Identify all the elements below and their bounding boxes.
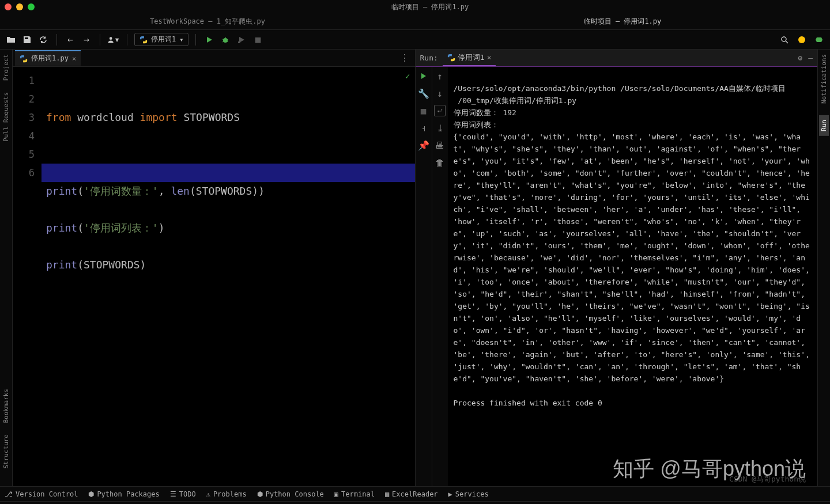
pin-icon[interactable]: 📌 [418,139,429,151]
project-tab-left[interactable]: TestWorkSpace – 1_知乎爬虫.py [0,14,415,29]
project-tab-right[interactable]: 临时项目 – 停用词1.py [415,14,830,29]
trash-icon[interactable]: 🗑 [434,157,446,168]
tab-more-icon[interactable]: ⋮ [397,52,413,63]
bottom-problems[interactable]: ⚠Problems [206,490,247,498]
bottom-python-packages[interactable]: ⬢Python Packages [88,490,159,498]
ide-updates-icon[interactable] [813,33,825,46]
bottom-todo[interactable]: ☰TODO [170,490,196,498]
chevron-down-icon: ▾ [179,36,183,44]
svg-marker-5 [816,37,823,42]
open-icon[interactable] [5,33,17,46]
bottom-terminal[interactable]: ▣Terminal [334,490,375,498]
svg-point-3 [782,37,786,41]
file-tab[interactable]: 停用词1.py × [15,50,81,66]
run-config-name: 停用词1 [151,35,176,44]
coverage-button[interactable] [235,33,248,46]
bottom-version-control[interactable]: ⎇Version Control [5,490,78,498]
wrench-icon[interactable]: 🔧 [418,88,429,99]
close-window[interactable] [5,3,12,10]
sidebar-pull-requests[interactable]: Pull Requests [2,92,10,142]
sidebar-project[interactable]: Project [2,54,10,81]
sidebar-notifications[interactable]: Notifications [820,54,828,104]
wrap-icon[interactable]: ⮐ [434,105,446,116]
layout-icon[interactable]: ⫞ [418,122,429,134]
line-gutter: 123456 [13,67,42,486]
csdn-watermark: CSDN @马哥python说 [729,473,806,485]
window-title: 临时项目 – 停用词1.py [35,2,825,12]
run-minimize-icon[interactable]: — [808,54,813,62]
svg-point-1 [223,38,228,43]
search-icon[interactable] [778,33,791,46]
file-tab-name: 停用词1.py [31,54,69,63]
run-config-selector[interactable]: 停用词1 ▾ [134,33,188,46]
debug-button[interactable] [219,33,232,46]
down-icon[interactable]: ↓ [434,88,446,99]
bottom-services[interactable]: ▶Services [448,490,489,498]
print-icon[interactable]: 🖶 [434,139,446,151]
up-icon[interactable]: ↑ [434,70,446,82]
bottom-excel-reader[interactable]: ▦ExcelReader [385,490,438,498]
scroll-icon[interactable]: ⤓ [434,122,446,134]
forward-icon[interactable]: → [80,33,93,46]
bottom-python-console[interactable]: ⬢Python Console [257,490,324,498]
user-icon[interactable]: ▾ [107,33,120,46]
sidebar-run[interactable]: Run [819,115,829,136]
code-editor[interactable]: from wordcloud import STOPWORDS print('停… [42,67,415,486]
stop-button[interactable]: ■ [251,33,264,46]
svg-point-0 [110,37,112,40]
minimize-window[interactable] [16,3,23,10]
run-tab[interactable]: 停用词1 × [443,50,496,66]
console-output[interactable]: /Users/solo/opt/anaconda3/bin/python /Us… [448,67,818,486]
maximize-window[interactable] [28,3,35,10]
sidebar-bookmarks[interactable]: Bookmarks [2,389,10,423]
svg-rect-2 [238,41,240,43]
rerun-button[interactable] [418,70,429,82]
codewithme-icon[interactable] [795,33,808,46]
save-icon[interactable] [21,33,33,46]
svg-point-4 [798,36,805,43]
run-button[interactable] [203,33,216,46]
run-settings-icon[interactable]: ⚙ [798,54,802,62]
close-tab-icon[interactable]: × [72,55,76,63]
sync-icon[interactable] [37,33,50,46]
close-run-tab-icon[interactable]: × [487,53,492,62]
run-label: Run: [420,54,438,62]
sidebar-structure[interactable]: Structure [2,434,10,469]
stop-run-button[interactable]: ■ [418,105,429,116]
back-icon[interactable]: ← [64,33,77,46]
